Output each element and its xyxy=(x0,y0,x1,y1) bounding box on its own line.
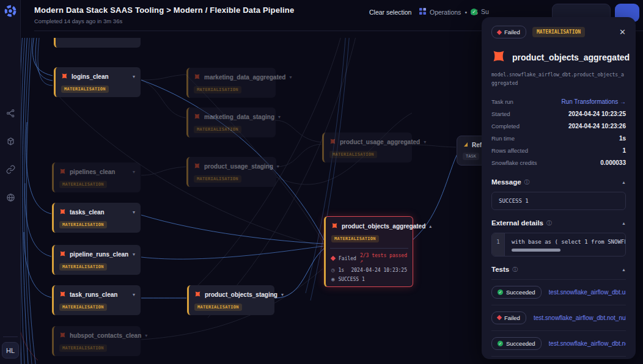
external-details-section-title: External details xyxy=(491,219,543,227)
dag-node-logins_clean[interactable]: logins_clean ▾ MATERIALISATION xyxy=(54,67,141,97)
dbt-icon xyxy=(59,206,66,217)
status-dot-icon: ◉ xyxy=(331,277,334,282)
tests-section-title: Tests xyxy=(491,266,509,273)
materialisation-badge: MATERIALISATION xyxy=(194,126,241,133)
node-title: product_objects_aggregated xyxy=(342,223,425,230)
sql-code-block: 1 with base as ( select 1 from SNOWFLAKE xyxy=(491,233,626,257)
chevron-down-icon[interactable]: ▾ xyxy=(133,209,135,215)
dag-node-pipeline_runs_clean[interactable]: pipeline_runs_clean ▾ MATERIALISATION xyxy=(52,245,141,275)
dag-node-product_objects_aggregated-selected[interactable]: product_objects_aggregated ▴ MATERIALISA… xyxy=(324,216,413,287)
test-status-badge: Failed xyxy=(491,311,526,324)
dbt-icon xyxy=(59,289,66,300)
dbt-icon xyxy=(491,49,506,66)
chevron-down-icon[interactable]: ▾ xyxy=(133,292,135,297)
dag-node-hubspot_contacts_clean[interactable]: hubspot_contacts_clean ▾ MATERIALISATION xyxy=(52,326,141,356)
test-status-label: Succeeded xyxy=(506,289,535,296)
chevron-up-icon[interactable]: ▴ xyxy=(429,224,432,229)
node-title: tasks_clean xyxy=(70,209,105,216)
node-title: product_usage_staging xyxy=(204,163,273,170)
operations-label: Operations xyxy=(430,9,461,16)
test-status-label: Failed xyxy=(504,315,520,321)
dag-node-task_runs_clean[interactable]: task_runs_clean ▾ MATERIALISATION xyxy=(52,285,141,315)
sidebar-divider xyxy=(3,337,18,337)
materialisation-badge: MATERIALISATION xyxy=(59,263,107,271)
test-row: Failed test.snowflake_airflow_dbt.not_nu… xyxy=(491,305,626,331)
materialisation-badge: MATERIALISATION xyxy=(532,27,585,37)
chevron-down-icon[interactable]: ▾ xyxy=(133,169,135,175)
failed-diamond-icon xyxy=(331,256,336,261)
tests-summary-link[interactable]: 2/3 tests passed ↗ xyxy=(360,253,407,264)
details-panel: Failed MATERIALISATION ✕ product_objects… xyxy=(482,17,636,359)
detail-value: 1s xyxy=(619,135,626,142)
collapse-icon[interactable]: ▲ xyxy=(622,180,626,184)
detail-label: Completed xyxy=(491,123,520,129)
run-summary: Completed 14 days ago in 3m 36s xyxy=(34,18,122,24)
dag-node-product_usage_staging[interactable]: product_usage_staging ▾ MATERIALISATION xyxy=(186,157,276,187)
test-link[interactable]: test.snowflake_airflow_dbt.not_null_pr xyxy=(534,315,626,321)
operations-filter[interactable]: Operations • 35 xyxy=(419,8,478,16)
sql-code: with base as ( select 1 from SNOWFLAKE xyxy=(505,233,625,256)
chevron-down-icon[interactable]: ▾ xyxy=(281,292,284,297)
collapse-icon[interactable]: ▲ xyxy=(622,221,626,225)
divider xyxy=(330,248,408,249)
dag-node-pipelines_clean[interactable]: pipelines_clean ▾ MATERIALISATION xyxy=(52,162,141,192)
materialisation-badge: MATERIALISATION xyxy=(194,86,241,93)
globe-icon[interactable] xyxy=(6,193,15,202)
detail-row: Task run Run Transformations → xyxy=(491,96,626,108)
node-title: pipelines_clean xyxy=(70,169,115,175)
materialisation-badge: MATERIALISATION xyxy=(194,175,241,183)
success-label-fragment: Su xyxy=(481,8,489,15)
detail-label: Run time xyxy=(491,135,515,142)
test-row: ✓ Succeeded test.snowflake_airflow_dbt.n… xyxy=(491,331,626,357)
success-filter[interactable]: ✓ Su xyxy=(471,8,489,15)
dag-icon[interactable] xyxy=(6,109,15,118)
detail-label: Task run xyxy=(491,98,513,105)
grid-icon xyxy=(419,8,426,16)
horizontal-scrollbar[interactable] xyxy=(512,249,560,252)
test-link[interactable]: test.snowflake_airflow_dbt.unique_pro xyxy=(549,289,626,296)
task-run-link[interactable]: Run Transformations → xyxy=(561,98,626,105)
link-icon[interactable] xyxy=(6,165,15,174)
clear-selection-button[interactable]: Clear selection xyxy=(369,9,411,16)
line-number: 1 xyxy=(492,233,505,256)
chevron-down-icon[interactable]: ▾ xyxy=(145,333,147,338)
chevron-down-icon[interactable]: ▾ xyxy=(277,164,279,169)
user-avatar[interactable]: HL xyxy=(2,342,19,359)
failed-diamond-icon xyxy=(497,29,502,34)
chevron-down-icon[interactable]: ▾ xyxy=(424,139,426,145)
chevron-down-icon[interactable]: ▾ xyxy=(278,114,281,120)
node-message: SUCCESS 1 xyxy=(338,277,364,282)
dag-node-tasks_clean[interactable]: tasks_clean ▾ MATERIALISATION xyxy=(52,203,141,233)
materialisation-badge: MATERIALISATION xyxy=(194,304,242,311)
node-status: Failed xyxy=(339,256,356,261)
materialisation-badge: MATERIALISATION xyxy=(59,344,107,352)
cube-icon[interactable] xyxy=(6,137,15,146)
app-logo[interactable] xyxy=(4,4,17,18)
dag-node-marketing_data_staging[interactable]: marketing_data_staging ▾ MATERIALISATION xyxy=(186,107,276,137)
info-icon: ⓘ xyxy=(524,178,530,186)
node-title: marketing_data_aggregated xyxy=(204,74,285,81)
breadcrumb[interactable]: Modern Data Stack SAAS Tooling > Modern … xyxy=(34,5,294,15)
materialisation-badge: MATERIALISATION xyxy=(59,181,107,188)
chevron-down-icon[interactable]: ▾ xyxy=(133,74,135,79)
dbt-icon xyxy=(194,111,200,122)
task-badge: TASK xyxy=(463,153,479,160)
chevron-down-icon[interactable]: ▾ xyxy=(289,75,292,80)
node-title: product_objects_staging xyxy=(205,291,277,298)
node-title: task_runs_clean xyxy=(70,291,117,298)
dag-node-product_usage_aggregated[interactable]: product_usage_aggregated ▾ MATERIALISATI… xyxy=(322,133,412,162)
failed-diamond-icon xyxy=(497,315,502,320)
test-status-label: Succeeded xyxy=(506,340,535,347)
dbt-icon xyxy=(194,289,201,300)
detail-value: 1 xyxy=(622,147,626,154)
dag-node-product_objects_staging[interactable]: product_objects_staging ▾ MATERIALISATIO… xyxy=(187,285,274,315)
close-icon[interactable]: ✕ xyxy=(619,27,626,37)
detail-row: Snowflake credits 0.000033 xyxy=(491,157,626,169)
chevron-down-icon[interactable]: ▾ xyxy=(133,252,135,257)
dag-node-marketing_data_aggregated[interactable]: marketing_data_aggregated ▾ MATERIALISAT… xyxy=(186,68,276,98)
test-status-badge: ✓ Succeeded xyxy=(491,286,542,299)
node-title: product_usage_aggregated xyxy=(340,139,420,145)
detail-label: Started xyxy=(491,111,510,117)
collapse-icon[interactable]: ▲ xyxy=(622,268,626,272)
test-link[interactable]: test.snowflake_airflow_dbt.not_null_pr xyxy=(549,340,626,347)
